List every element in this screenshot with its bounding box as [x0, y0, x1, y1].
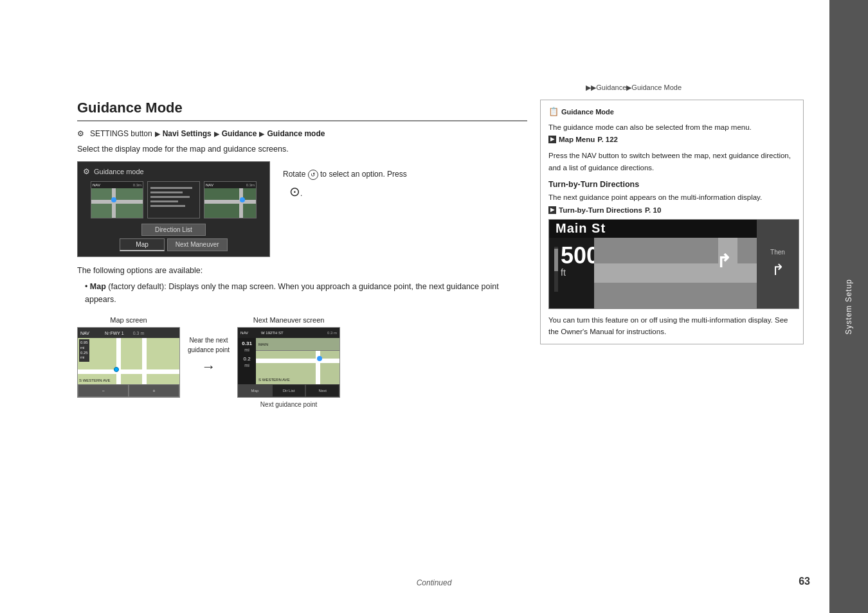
page-title: Guidance Mode [77, 100, 527, 121]
settings-icon: ⚙ [77, 129, 86, 138]
turn-arrow-icon: ↱ [716, 251, 731, 272]
note-icon: 📋 [548, 107, 559, 116]
left-column: Guidance Mode ⚙ SETTINGS button ▶ Navi S… [77, 100, 527, 408]
tbt-road-area: ↱ [594, 238, 757, 308]
mode-box-next-maneuver[interactable]: NAV 0.3m [204, 181, 257, 218]
tbt-link[interactable]: ▶ Turn-by-Turn Directions P. 10 [548, 206, 795, 214]
direction-list-button[interactable]: Direction List [141, 224, 206, 236]
right-arrow-icon: → [202, 359, 216, 375]
tbt-street-name: Main St [556, 221, 606, 236]
map-menu-label: Map Menu [559, 136, 595, 143]
mini-map-screen: NAVN↑FWY 10.3 m S WESTERN AVE 0.95mi0.25… [77, 327, 180, 398]
zoom-out-btn[interactable]: − [78, 384, 129, 397]
tbt-then-arrow-icon: ↱ [772, 261, 784, 279]
map-screen-label: Map screen [110, 316, 147, 324]
next-maneuver-screen: NAVW 192TH ST0.3 m 0.31 mi 0.2 mi S WEST… [237, 327, 340, 398]
right-column: 📋 Guidance Mode The guidance mode can al… [540, 100, 804, 353]
turn-by-turn-heading: Turn-by-Turn Directions [548, 180, 795, 189]
next-maneuver-button[interactable]: Next Maneuver [167, 238, 228, 251]
breadcrumb-text: ▶▶Guidance▶Guidance Mode [586, 84, 682, 91]
guidance-mode-screen: ⚙ Guidance mode [77, 161, 270, 257]
tbt-then-label: Then [770, 249, 785, 256]
link-icon-2: ▶ [548, 206, 556, 214]
nm-map-area: S WESTERN AVE MAIN [256, 338, 339, 384]
map-button[interactable]: Map [120, 238, 164, 251]
tbt-image: Main St 500 ft ↱ [548, 219, 799, 309]
map-diagram-area: Map screen NAVN↑FWY 10.3 m S WESTERN AVE [77, 316, 527, 408]
guidance-label: Guidance [222, 129, 257, 138]
rotate-instruction: Rotate ↺ to select an option. Press ⊙. [283, 161, 411, 202]
tbt-bar-fill [554, 249, 558, 271]
next-guidance-point-label: Next guidance point [260, 401, 317, 408]
nm-btn-2[interactable]: Dir List [272, 384, 306, 397]
map-menu-page: P. 122 [597, 136, 618, 143]
mode-box-map[interactable]: NAV 0.3m [91, 181, 143, 218]
navi-settings-label: Navi Settings [163, 129, 212, 138]
v-road-2 [142, 338, 147, 384]
map-bullet-text: (factory default): Displays only the map… [85, 282, 499, 304]
nm-btn-1[interactable]: Map [238, 384, 272, 397]
section-text: The next guidance point appears on the m… [548, 191, 795, 203]
screen-title: Guidance mode [94, 168, 144, 175]
guidance-mode-label: Guidance mode [267, 129, 325, 138]
rotate-icon: ↺ [308, 170, 318, 180]
page-number: 63 [799, 576, 810, 587]
tbt-bar [554, 247, 558, 292]
next-maneuver-label: Next Maneuver screen [253, 316, 325, 324]
page-container: ▶▶Guidance▶Guidance Mode System Setup Gu… [0, 0, 868, 613]
near-guidance-label: Near the nextguidance point [188, 335, 230, 355]
nav-path: ⚙ SETTINGS button ▶ Navi Settings ▶ Guid… [77, 129, 527, 138]
right-sidebar: System Setup [829, 0, 868, 613]
top-breadcrumb: ▶▶Guidance▶Guidance Mode [586, 84, 682, 92]
right-note-text-2: Press the NAV button to switch between t… [548, 150, 795, 173]
right-note-title: 📋 Guidance Mode [548, 107, 795, 116]
right-note-title-text: Guidance Mode [561, 108, 614, 116]
v-road-1 [116, 338, 121, 384]
mini-map-header: NAVN↑FWY 10.3 m [78, 328, 179, 338]
screen-area: ⚙ Guidance mode [77, 161, 527, 257]
options-text: The following options are available: [77, 266, 527, 275]
settings-label: SETTINGS button [90, 129, 152, 138]
bullet-point: • Map (factory default): Displays only t… [85, 280, 527, 306]
nm-header: NAVW 192TH ST0.3 m [238, 328, 339, 338]
map-menu-link[interactable]: ▶ Map Menu P. 122 [548, 136, 795, 143]
right-note-text-1: The guidance mode can also be selected f… [548, 121, 795, 133]
distance-panel: 0.95mi0.25mi [79, 339, 89, 362]
car-position [114, 367, 119, 372]
link-icon-1: ▶ [548, 136, 556, 143]
mini-bottom-buttons: − + [78, 384, 179, 397]
arrow-2: ▶ [214, 130, 219, 138]
map-screen-diagram: Map screen NAVN↑FWY 10.3 m S WESTERN AVE [77, 316, 180, 398]
nm-side-panel: 0.31 mi 0.2 mi [238, 338, 256, 384]
tbt-then-box: Then ↱ [757, 220, 799, 308]
tbt-footer-text: You can turn this feature on or off usin… [548, 314, 795, 338]
arrow-3: ▶ [259, 130, 264, 138]
nm-btn-3[interactable]: Next [305, 384, 339, 397]
press-icon: ⊙ [289, 181, 300, 202]
mode-box-direction[interactable] [147, 181, 200, 218]
sidebar-label: System Setup [844, 279, 853, 335]
nm-bottom-buttons: Map Dir List Next [238, 384, 339, 397]
description: Select the display mode for the map and … [77, 145, 527, 154]
map-bullet-label: Map [90, 282, 106, 291]
next-maneuver-diagram: Next Maneuver screen NAVW 192TH ST0.3 m … [237, 316, 340, 408]
gear-icon: ⚙ [83, 167, 90, 176]
arrow-area: Near the nextguidance point → [180, 316, 237, 375]
tbt-link-label: Turn-by-Turn Directions [559, 206, 642, 214]
right-note-box: 📋 Guidance Mode The guidance mode can al… [540, 100, 804, 344]
arrow-1: ▶ [155, 130, 160, 138]
street-label-western: S WESTERN AVE [79, 378, 111, 382]
zoom-in-btn[interactable]: + [129, 384, 179, 397]
tbt-link-page: P. 10 [645, 206, 661, 214]
continued-label: Continued [417, 578, 452, 587]
h-road-1 [78, 369, 179, 374]
